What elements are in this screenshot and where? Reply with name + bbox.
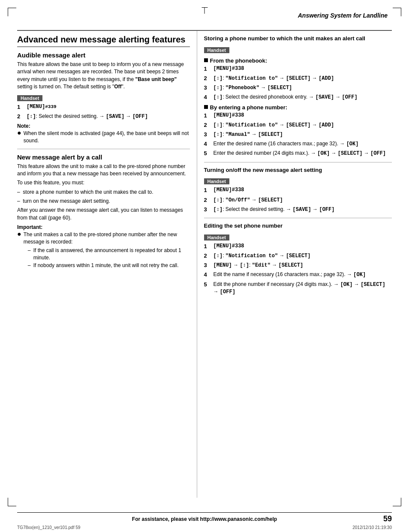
left-column: Advanced new message alerting features A… (17, 31, 197, 498)
step-item: 4 Edit the name if necessary (16 charact… (204, 271, 392, 279)
bullet-dot: ● (17, 231, 21, 237)
step-content: [MENU]#338 (214, 243, 392, 250)
step-content: [MENU]#338 (214, 112, 392, 119)
step-item: 3 [↕]: Select the desired setting. → [SA… (204, 206, 392, 213)
step-item: 2 [↕]: "Notification to" → [SELECT] → [A… (204, 121, 392, 129)
footer-url: For assistance, please visit http://www.… (30, 516, 379, 522)
sub-bullet-text: If the call is answered, the announcemen… (33, 247, 190, 261)
section2-body1: This feature allows the unit to make a c… (17, 163, 190, 178)
footer-line (17, 512, 392, 513)
step-item: 2 [↕]: "Notification to" → [SELECT] → [A… (204, 75, 392, 82)
bullet-dot: ● (17, 129, 21, 136)
right-section3-steps: 1 [MENU]#338 2 [↕]: "Notification to" → … (204, 243, 392, 296)
right-section1-handset-badge: Handset (204, 47, 229, 53)
step-num: 2 (204, 75, 212, 82)
step-content: [MENU]#338 (214, 186, 392, 194)
footer-meta-right: 2012/12/10 21:19:30 (352, 525, 392, 530)
step-num: 3 (204, 84, 212, 92)
note-label: Note: (17, 123, 190, 129)
step-num: 3 (204, 131, 212, 138)
top-center-mark (204, 8, 205, 14)
section2-bullet1: – store a phone number to which the unit… (17, 189, 190, 196)
bullet-item: ● The unit makes a call to the pre-store… (17, 231, 190, 270)
sub-dash: – (28, 247, 31, 254)
right-section1-heading: Storing a phone number to which the unit… (204, 35, 392, 42)
right-section3-heading: Editing the set phone number (204, 222, 392, 230)
right-section2-heading: Turning on/off the new message alert set… (204, 167, 392, 174)
step-item: 5 Enter the desired number (24 digits ma… (204, 150, 392, 157)
content-area: Advanced new message alerting features A… (17, 30, 392, 498)
step-num: 4 (204, 140, 212, 148)
square-bullet-icon2 (204, 105, 208, 109)
step-num: 1 (17, 103, 25, 111)
step-content: [↕]: Select the desired setting. → [SAVE… (27, 113, 190, 120)
step-item: 5 Edit the phone number if necessary (24… (204, 281, 392, 296)
step-item: 2 [↕]: "Notification to" → [SELECT] (204, 252, 392, 260)
sub-bullet-item: – If nobody answers within 1 minute, the… (28, 262, 190, 269)
bullet-item: ● When the silent mode is activated (pag… (17, 130, 190, 144)
important-label: Important: (17, 224, 190, 230)
section1-body: This feature allows the base unit to bee… (17, 61, 190, 91)
bold-off: Off (114, 84, 121, 90)
footer-content: For assistance, please visit http://www.… (17, 514, 392, 523)
step-content: [↕]: "Notification to" → [SELECT] → [ADD… (214, 75, 392, 82)
step-num: 3 (204, 206, 212, 213)
step-content: [↕]: Select the desired setting. → [SAVE… (214, 206, 392, 213)
footer-meta: TG78xx(en)_1210_ver101.pdf 59 2012/12/10… (17, 525, 392, 530)
main-title: Advanced new message alerting features (17, 34, 190, 47)
step-content: [↕]: Select the desired phonebook entry.… (214, 93, 392, 101)
section2-heading: New message alert by a call (17, 153, 190, 161)
step-content: [↕]: "Manual" → [SELECT] (214, 131, 392, 138)
sub-dash: – (28, 262, 31, 269)
step-content: [MENU] → [↕]: "Edit" → [SELECT] (214, 261, 392, 269)
sub-bullet-list: – If the call is answered, the announcem… (28, 247, 190, 269)
section2-body3: After you answer the new message alert c… (17, 207, 190, 222)
step-num: 1 (204, 186, 212, 194)
step-num: 1 (204, 65, 212, 73)
footer: For assistance, please visit http://www.… (17, 512, 392, 523)
corner-mark-br (393, 498, 401, 506)
step-item: 2 [↕]: "On/Off" → [SELECT] (204, 196, 392, 204)
right-section1-heading-text: Storing a phone number to which the unit… (204, 35, 365, 42)
step-content: [MENU]#339 (27, 103, 190, 111)
right-section1-steps-phonebook: 1 [MENU]#338 2 [↕]: "Notification to" → … (204, 65, 392, 102)
step-num: 4 (204, 93, 212, 101)
footer-meta-left: TG78xx(en)_1210_ver101.pdf 59 (17, 525, 80, 530)
section2-bullet2: – turn on the new message alert setting. (17, 198, 190, 205)
step-item: 3 [↕]: "Manual" → [SELECT] (204, 131, 392, 138)
step-num: 2 (204, 252, 212, 260)
section1-handset-badge: Handset (17, 95, 42, 101)
step-item: 1 [MENU]#339 (17, 103, 190, 111)
square-bullet-icon (204, 58, 208, 62)
step-item: 2 [↕]: Select the desired setting. → [SA… (17, 113, 190, 120)
corner-mark-bl (8, 498, 16, 506)
step-num: 1 (204, 243, 212, 250)
step-num: 3 (204, 261, 212, 269)
from-phonebook-text: From the phonebook: (210, 57, 268, 64)
step-item: 4 [↕]: Select the desired phonebook entr… (204, 93, 392, 101)
section1-steps: 1 [MENU]#339 2 [↕]: Select the desired s… (17, 103, 190, 120)
right-divider1 (204, 162, 392, 162)
important-bullets: ● The unit makes a call to the pre-store… (17, 231, 190, 270)
by-entering-label: By entering a phone number: (204, 104, 392, 111)
sub-bullet-item: – If the call is answered, the announcem… (28, 247, 190, 261)
step-num: 1 (204, 112, 212, 120)
section2-body2: To use this feature, you must: (17, 179, 190, 186)
corner-mark-tl (8, 8, 16, 16)
step-content: Enter the desired number (24 digits max.… (214, 150, 392, 157)
step-item: 1 [MENU]#338 (204, 186, 392, 194)
right-section2-steps: 1 [MENU]#338 2 [↕]: "On/Off" → [SELECT] … (204, 186, 392, 213)
bullet-main-text: The unit makes a call to the pre-stored … (24, 231, 190, 270)
two-col-layout: Advanced new message alerting features A… (17, 31, 392, 498)
by-entering-text: By entering a phone number: (210, 104, 288, 111)
step-content: [↕]: "On/Off" → [SELECT] (214, 196, 392, 204)
step-num: 2 (17, 113, 25, 120)
page: Answering System for Landline Advanced n… (0, 0, 409, 532)
sub-bullet-text: If nobody answers within 1 minute, the u… (33, 262, 179, 269)
bold-base-unit-beep: "Base unit beep" (135, 76, 177, 82)
footer-page: 59 (379, 514, 392, 523)
header-italic-title: Answering System for Landline (298, 12, 388, 19)
divider-line (17, 149, 190, 149)
step-content: [↕]: "Notification to" → [SELECT] (214, 252, 392, 260)
right-section2-handset-badge: Handset (204, 178, 229, 184)
